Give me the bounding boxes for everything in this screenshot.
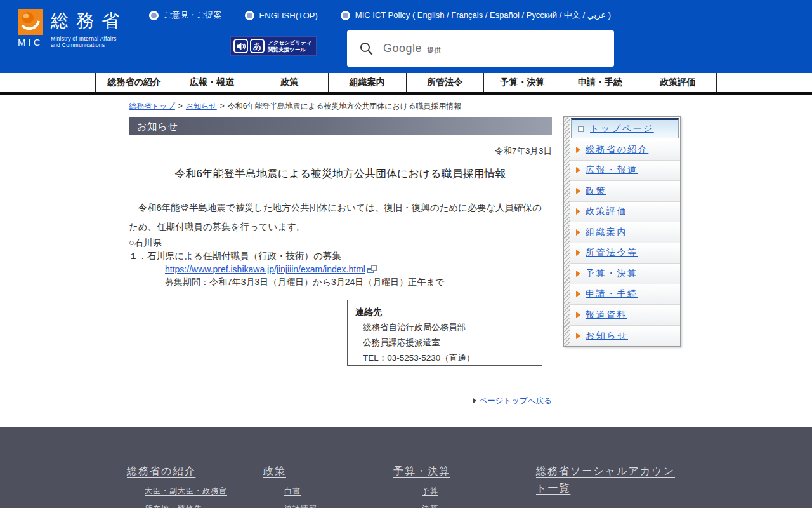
nav-item-applications[interactable]: 申請・手続 — [561, 73, 638, 92]
nav-item-organization[interactable]: 組織案内 — [328, 73, 405, 92]
accessibility-tool-button[interactable]: あ アクセシビリティ 閲覧支援ツール — [230, 36, 317, 56]
back-to-top-link[interactable]: ページトップへ戻る — [479, 396, 552, 405]
header-utility-links: ご意見・ご提案 ENGLISH(TOP) MIC ICT Policy ( En… — [149, 10, 611, 21]
sidebar-label: 広報・報道 — [586, 164, 638, 176]
english-top-link[interactable]: ENGLISH(TOP) — [245, 10, 318, 21]
sidebar-label: 申請・手続 — [586, 288, 638, 300]
nav-item-budget[interactable]: 予算・決算 — [483, 73, 561, 92]
contact-phone: TEL：03-5253-5230（直通） — [363, 352, 534, 364]
article-title: 令和6年能登半島地震による被災地方公共団体における職員採用情報 — [129, 166, 552, 181]
triangle-icon — [473, 398, 476, 403]
ministry-en-line1: Ministry of Internal Affairs — [51, 36, 127, 42]
sidebar-item-press-materials[interactable]: 報道資料 — [570, 305, 680, 326]
nav-item-about[interactable]: 総務省の紹介 — [95, 73, 173, 92]
ict-policy-link-label: MIC ICT Policy ( English / Français / Es… — [355, 10, 611, 21]
nav-divider — [0, 92, 812, 95]
recruitment-item: １．石川県による任期付職員（行政・技術）の募集 — [129, 250, 341, 262]
footer-col-social: 総務省ソーシャルアカウント一覧 — [536, 462, 677, 497]
sidebar-item-evaluation[interactable]: 政策評価 — [570, 202, 680, 223]
triangle-icon — [576, 333, 580, 339]
site-search-input[interactable]: Google 提供 — [347, 30, 614, 67]
page-top-row: ページトップへ戻る — [129, 396, 552, 406]
nav-label: 政策 — [280, 77, 298, 88]
sidebar-item-budget[interactable]: 予算・決算 — [570, 264, 680, 284]
feedback-link[interactable]: ご意見・ご提案 — [149, 10, 222, 21]
nav-label: 所管法令 — [427, 77, 462, 88]
sidebar-top-page-label: トップページ — [590, 123, 654, 135]
triangle-icon — [576, 312, 580, 318]
sidebar-item-policy[interactable]: 政策 — [570, 181, 680, 202]
breadcrumb-separator: > — [178, 102, 183, 110]
sidebar-item-organization[interactable]: 組織案内 — [570, 222, 680, 243]
ministry-name-ja: 総務省 — [51, 9, 127, 33]
breadcrumb: 総務省トップ>お知らせ>令和6年能登半島地震による被災地方公共団体における職員採… — [129, 101, 461, 112]
section-title-bar: お知らせ — [129, 117, 552, 135]
contact-box: 連絡先 総務省自治行政局公務員部 公務員課応援派遣室 TEL：03-5253-5… — [347, 300, 542, 366]
sidebar-label: 政策 — [586, 185, 606, 197]
sidebar-label: 組織案内 — [586, 227, 627, 238]
sidebar-item-news[interactable]: お知らせ — [570, 326, 680, 347]
sidebar-label: 政策評価 — [586, 206, 627, 217]
breadcrumb-current: 令和6年能登半島地震による被災地方公共団体における職員採用情報 — [228, 102, 462, 110]
sidebar-item-applications[interactable]: 申請・手続 — [570, 284, 680, 305]
nav-item-laws[interactable]: 所管法令 — [406, 73, 483, 92]
triangle-icon — [576, 147, 580, 153]
nav-item-evaluation[interactable]: 政策評価 — [639, 73, 717, 92]
sidebar-label: お知らせ — [586, 330, 628, 342]
logo-text: 総務省 Ministry of Internal Affairs and Com… — [51, 9, 127, 48]
mic-logo-mark: MIC — [18, 9, 43, 35]
breadcrumb-home-link[interactable]: 総務省トップ — [129, 102, 175, 110]
mic-logo[interactable]: MIC 総務省 Ministry of Internal Affairs and… — [18, 9, 127, 48]
contact-bureau: 総務省自治行政局公務員部 — [363, 322, 534, 333]
nav-item-policy[interactable]: 政策 — [251, 73, 328, 92]
triangle-icon — [576, 229, 580, 236]
footer-heading-budget[interactable]: 予算・決算 — [393, 465, 450, 476]
application-period: 募集期間：令和7年3月3日（月曜日）から3月24日（月曜日）正午まで — [165, 277, 444, 288]
sidebar-label: 報道資料 — [586, 309, 627, 321]
footer-link-whitepaper[interactable]: 白書 — [284, 486, 301, 497]
triangle-icon — [576, 271, 580, 277]
ishikawa-exam-link[interactable]: https://www.pref.ishikawa.jp/jinjiiin/ex… — [165, 264, 365, 274]
sidebar-item-laws[interactable]: 所管法令等 — [570, 243, 680, 264]
footer-link-budget[interactable]: 予算 — [422, 486, 438, 497]
nav-item-press[interactable]: 広報・報道 — [173, 73, 250, 92]
footer-link-settlement[interactable]: 決算 — [422, 504, 438, 508]
ict-policy-link[interactable]: MIC ICT Policy ( English / Français / Es… — [341, 10, 611, 21]
recruitment-link-row: https://www.pref.ishikawa.jp/jinjiiin/ex… — [165, 264, 377, 274]
search-provided-label: 提供 — [427, 43, 441, 55]
sidebar-item-press[interactable]: 広報・報道 — [570, 161, 680, 182]
site-header: MIC 総務省 Ministry of Internal Affairs and… — [0, 0, 812, 73]
ring-icon — [245, 11, 254, 20]
footer-link-location[interactable]: 所在地・連絡先 — [145, 504, 202, 508]
ministry-name-en: Ministry of Internal Affairs and Communi… — [51, 36, 127, 48]
sidebar-hatch-decoration — [564, 117, 570, 346]
footer-col-policy: 政策 — [263, 462, 286, 479]
contact-title: 連絡先 — [355, 307, 534, 318]
global-nav: 総務省の紹介 広報・報道 政策 組織案内 所管法令 予算・決算 申請・手続 政策… — [95, 73, 717, 92]
footer-link-ministers[interactable]: 大臣・副大臣・政務官 — [145, 486, 227, 497]
footer-link-statistics[interactable]: 統計情報 — [284, 504, 317, 508]
mic-acronym: MIC — [18, 37, 43, 48]
footer-heading-social[interactable]: 総務省ソーシャルアカウント一覧 — [536, 465, 675, 493]
footer-col-budget: 予算・決算 — [393, 462, 450, 479]
footer-heading-about[interactable]: 総務省の紹介 — [127, 465, 195, 476]
square-bullet-icon — [578, 126, 584, 132]
footer-heading-policy[interactable]: 政策 — [263, 465, 286, 476]
search-icon — [360, 42, 373, 55]
site-footer: 総務省の紹介 政策 予算・決算 総務省ソーシャルアカウント一覧 大臣・副大臣・政… — [0, 427, 812, 508]
sidebar-item-about[interactable]: 総務省の紹介 — [570, 140, 680, 161]
article-date: 令和7年3月3日 — [129, 145, 552, 157]
external-link-icon — [367, 265, 377, 273]
nav-label: 予算・決算 — [501, 77, 545, 88]
footer-col-about: 総務省の紹介 — [127, 462, 195, 479]
feedback-link-label: ご意見・ご提案 — [164, 10, 222, 21]
sidebar-item-top-page[interactable]: トップページ — [571, 118, 679, 138]
hiragana-a-icon: あ — [250, 39, 265, 53]
nav-label: 申請・手続 — [578, 77, 622, 88]
breadcrumb-separator: > — [220, 102, 225, 110]
nav-label: 広報・報道 — [190, 77, 234, 88]
breadcrumb-news-link[interactable]: お知らせ — [186, 102, 217, 110]
speaker-icon — [233, 39, 248, 53]
accessibility-label-line1: アクセシビリティ — [268, 39, 312, 46]
mic-sphere-icon — [18, 9, 43, 35]
